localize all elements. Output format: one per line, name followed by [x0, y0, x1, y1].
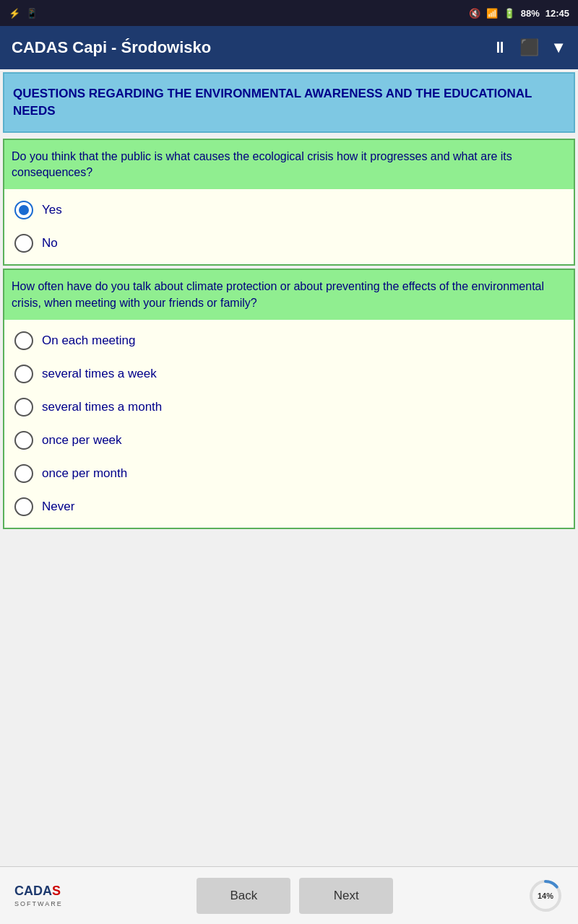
option-once-week[interactable]: once per week [4, 424, 574, 457]
option-several-week[interactable]: several times a week [4, 357, 574, 391]
footer: CADAS SOFTWARE Back Next 14% [0, 866, 578, 924]
radio-once-week-circle[interactable] [14, 431, 33, 450]
battery-icon: 🔋 [504, 8, 515, 19]
progress-label: 14% [538, 892, 553, 900]
question-2-text: How often have do you talk about climate… [12, 279, 566, 311]
option-once-week-label: once per week [42, 433, 122, 448]
option-several-month[interactable]: several times a month [4, 391, 574, 424]
question-1-header: Do you think that the public is what cau… [4, 140, 574, 190]
time-display: 12:45 [545, 8, 569, 19]
radio-several-month-circle[interactable] [14, 398, 33, 417]
footer-logo: CADAS [14, 884, 63, 899]
battery-percent: 88% [521, 8, 540, 19]
section-banner: QUESTIONS REGARDING THE ENVIRONMENTAL AW… [3, 72, 575, 133]
option-no[interactable]: No [4, 227, 574, 260]
status-left-icons: ⚡ 📱 [9, 8, 38, 19]
radio-several-week-circle[interactable] [14, 365, 33, 383]
radio-no-circle[interactable] [14, 234, 33, 253]
header-actions: ⏸ ⬛ ▼ [492, 38, 566, 57]
footer-logo-container: CADAS SOFTWARE [14, 884, 63, 907]
back-button[interactable]: Back [197, 878, 290, 914]
pause-icon[interactable]: ⏸ [492, 38, 508, 57]
option-once-month-label: once per month [42, 466, 127, 481]
radio-yes-circle[interactable] [14, 201, 33, 219]
mute-icon: 🔇 [469, 8, 480, 19]
option-each-label: On each meeting [42, 334, 135, 348]
filter-icon[interactable]: ▼ [551, 38, 566, 57]
logo-s: S [52, 884, 61, 898]
option-never-label: Never [42, 500, 74, 514]
option-several-week-label: several times a week [42, 367, 157, 381]
stop-icon[interactable]: ⬛ [519, 38, 539, 57]
question-2-options: On each meeting several times a week sev… [4, 320, 574, 528]
usb-icon: ⚡ [9, 8, 20, 19]
option-yes-label: Yes [42, 203, 62, 217]
next-button[interactable]: Next [299, 878, 393, 914]
option-once-month[interactable]: once per month [4, 457, 574, 490]
option-yes[interactable]: Yes [4, 193, 574, 227]
progress-indicator: 14% [527, 878, 564, 914]
option-never[interactable]: Never [4, 490, 574, 523]
logo-sub: SOFTWARE [14, 900, 63, 907]
spacer [0, 699, 578, 866]
banner-text: QUESTIONS REGARDING THE ENVIRONMENTAL AW… [13, 85, 565, 120]
footer-buttons: Back Next [197, 878, 393, 914]
option-each-meeting[interactable]: On each meeting [4, 324, 574, 357]
question-1-text: Do you think that the public is what cau… [12, 149, 566, 181]
phone-icon: 📱 [26, 8, 38, 19]
app-header: CADAS Capi - Środowisko ⏸ ⬛ ▼ [0, 26, 578, 69]
status-right-info: 🔇 📶 🔋 88% 12:45 [469, 8, 569, 19]
main-content: Do you think that the public is what cau… [0, 136, 578, 699]
question-2-header: How often have do you talk about climate… [4, 270, 574, 320]
radio-each-circle[interactable] [14, 331, 33, 350]
app-title: CADAS Capi - Środowisko [12, 38, 211, 57]
question-1-options: Yes No [4, 189, 574, 264]
question-2-block: How often have do you talk about climate… [3, 269, 575, 529]
wifi-icon: 📶 [486, 8, 498, 19]
logo-cadas: CADA [14, 884, 52, 898]
radio-yes-inner [19, 205, 29, 215]
radio-never-circle[interactable] [14, 497, 33, 516]
status-bar: ⚡ 📱 🔇 📶 🔋 88% 12:45 [0, 0, 578, 26]
question-1-block: Do you think that the public is what cau… [3, 139, 575, 266]
option-several-month-label: several times a month [42, 400, 162, 414]
radio-once-month-circle[interactable] [14, 464, 33, 483]
option-no-label: No [42, 236, 58, 250]
